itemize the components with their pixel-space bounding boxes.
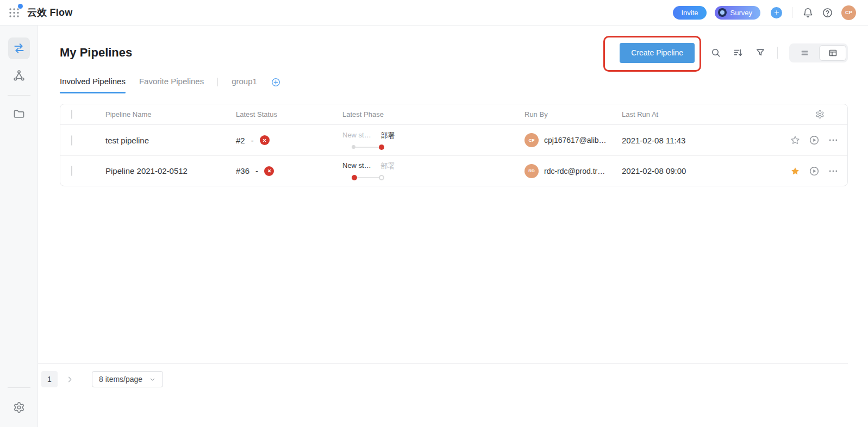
user-avatar[interactable]: CP [841,5,856,20]
more-actions-icon[interactable] [828,166,839,177]
survey-icon [718,8,727,17]
row-actions [747,166,847,177]
toolbar-divider [777,47,778,59]
latest-status-cell: #36 - [236,166,342,176]
page-header: My Pipelines Create Pipeline [60,40,848,66]
col-header-last-run-at: Last Run At [622,110,747,118]
row-checkbox-cell [60,136,105,145]
latest-status-cell: #2 - [236,135,342,145]
run-by-avatar: RD [524,164,539,178]
sidebar-item-pipelines[interactable] [8,37,30,59]
sidebar-bottom-divider [8,387,30,388]
view-toggle [789,43,848,62]
pipeline-flow-icon [13,42,26,55]
apps-grid-icon[interactable] [8,6,21,19]
run-by-name: cpj167617@alib… [544,136,607,145]
plus-icon [773,9,780,16]
phase-current-label: 部署 [381,161,395,171]
sort-icon[interactable] [733,47,744,58]
folder-icon [13,108,26,121]
pagination: 1 8 items/page [21,363,848,387]
tab-separator [217,78,218,86]
brand-name: 云效 Flow [27,6,72,19]
pipeline-tabs: Involved Pipelines Favorite Pipelines gr… [60,77,848,93]
sidebar-item-settings[interactable] [8,397,30,418]
table-row[interactable]: test pipeline #2 - New st… 部署 [60,125,847,155]
row-checkbox[interactable] [71,166,72,176]
column-settings-gear-icon[interactable] [815,110,825,119]
sidebar-bottom [0,387,38,427]
status-separator: - [251,136,254,145]
phase-dot-current [379,175,384,180]
list-view-button[interactable] [791,45,818,61]
table-header-row: Pipeline Name Latest Status Latest Phase… [60,104,847,125]
page-size-value: 8 items/page [99,375,142,384]
help-icon[interactable] [822,7,833,18]
status-separator: - [255,166,258,175]
select-all-checkbox[interactable] [71,110,72,119]
status-failed-icon [264,166,274,176]
next-page-icon[interactable] [62,375,78,384]
col-header-latest-phase: Latest Phase [342,110,524,118]
phase-track-line [357,177,379,178]
add-group-icon[interactable] [271,77,281,87]
notification-dot [18,4,23,9]
latest-phase-cell: New st… 部署 [342,161,395,180]
col-header-latest-status: Latest Status [236,110,342,118]
favorite-star-icon-filled[interactable] [790,166,801,177]
sidebar [0,26,38,427]
board-icon [828,48,838,58]
notifications-bell-icon[interactable] [802,7,814,18]
run-by-name: rdc-rdc@prod.tr… [544,167,605,175]
list-icon [800,48,810,58]
phase-progress-track [352,145,384,150]
sidebar-item-resources[interactable] [8,103,30,125]
more-actions-icon[interactable] [828,135,839,146]
last-run-at-cell: 2021-02-08 11:43 [622,136,747,145]
row-checkbox-cell [60,166,105,175]
tab-involved-pipelines[interactable]: Involved Pipelines [60,77,126,93]
phase-previous-label: New st… [342,161,371,171]
topbar: 云效 Flow Invite Survey CP [0,0,868,26]
sidebar-item-organization[interactable] [8,65,30,86]
row-checkbox[interactable] [71,135,72,146]
header-gear-cell [747,110,847,119]
phase-previous-label: New st… [342,131,371,141]
pipeline-name-link[interactable]: test pipeline [105,136,236,145]
phase-dot-previous [352,175,357,180]
col-header-run-by: Run By [524,110,622,118]
phase-labels: New st… 部署 [342,131,395,141]
quick-create-button[interactable] [771,7,782,18]
filter-icon[interactable] [755,47,766,58]
create-pipeline-wrap: Create Pipeline [620,43,695,63]
page-number[interactable]: 1 [41,371,58,387]
phase-labels: New st… 部署 [342,161,395,171]
run-number: #36 [236,166,249,175]
run-by-avatar: CP [524,133,539,147]
table-row[interactable]: Pipeline 2021-02-0512 #36 - New st… 部署 [60,155,847,186]
search-icon[interactable] [710,47,721,58]
app-window: 云效 Flow Invite Survey CP [0,0,868,427]
run-pipeline-play-icon[interactable] [809,166,820,177]
run-by-cell: CP cpj167617@alib… [524,133,622,147]
page-size-select[interactable]: 8 items/page [92,371,163,387]
create-pipeline-button[interactable]: Create Pipeline [620,43,695,63]
status-failed-icon [260,135,270,145]
invite-button[interactable]: Invite [673,6,706,20]
tab-favorite-pipelines[interactable]: Favorite Pipelines [139,77,204,93]
survey-button[interactable]: Survey [715,6,760,20]
favorite-star-icon[interactable] [790,135,801,146]
row-actions [747,135,847,146]
table-view-button[interactable] [819,45,846,61]
survey-label: Survey [730,9,752,17]
phase-progress-track [352,175,384,180]
phase-current-label: 部署 [381,131,395,141]
phase-track-line [355,147,379,148]
brand: 云效 Flow [8,6,72,19]
page-title: My Pipelines [60,46,132,60]
chevron-down-icon [149,376,156,383]
phase-dot-current [379,145,384,150]
run-pipeline-play-icon[interactable] [809,135,820,146]
pipeline-name-link[interactable]: Pipeline 2021-02-0512 [105,166,236,175]
tab-group1[interactable]: group1 [232,77,257,93]
